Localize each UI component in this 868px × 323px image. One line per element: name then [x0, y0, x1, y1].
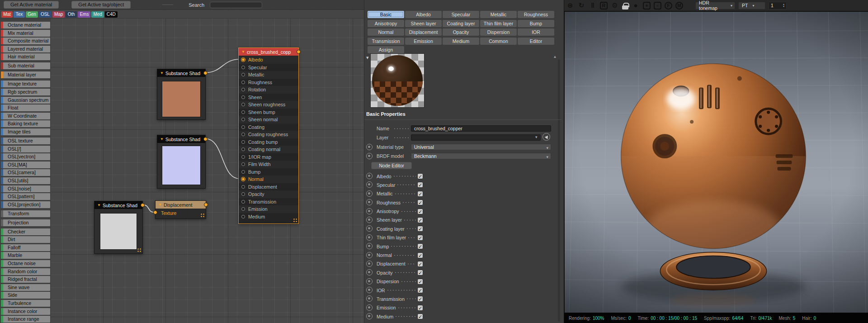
- filter-tag[interactable]: Med: [91, 11, 104, 18]
- filter-tag[interactable]: Oth: [66, 11, 77, 18]
- node-type-item[interactable]: Hair material: [1, 53, 50, 60]
- node-type-item[interactable]: Sine wave: [1, 284, 50, 291]
- collapse-triangle-icon[interactable]: ▼: [160, 138, 164, 141]
- option-circle-icon[interactable]: [366, 287, 373, 293]
- channel-checkbox[interactable]: [417, 226, 423, 232]
- node-type-item[interactable]: Falloff: [1, 244, 50, 251]
- material-tab[interactable]: Editor: [518, 38, 554, 45]
- material-name-field[interactable]: [411, 125, 551, 132]
- refresh-render-icon[interactable]: ↻: [577, 1, 585, 10]
- collapse-triangle-icon[interactable]: ▼: [158, 203, 162, 207]
- material-input-port-row[interactable]: Metallic: [239, 71, 298, 79]
- substance-shader-node-1[interactable]: ▼ Substance Shad: [157, 69, 206, 120]
- option-circle-icon[interactable]: [366, 243, 373, 249]
- output-port[interactable]: [141, 203, 145, 207]
- node-header[interactable]: ▼ Displacement: [156, 201, 206, 209]
- material-tab[interactable]: Coating layer: [443, 20, 479, 27]
- material-input-port-row[interactable]: Roughness: [239, 79, 298, 86]
- channel-checkbox[interactable]: [417, 243, 423, 249]
- node-type-item[interactable]: Instance color: [1, 308, 50, 315]
- port-circle-icon[interactable]: [241, 81, 245, 84]
- material-input-port-row[interactable]: Sheen bump: [239, 109, 298, 116]
- option-circle-icon[interactable]: [366, 252, 373, 258]
- node-type-item[interactable]: Rgb spectrum: [1, 89, 50, 95]
- material-tab[interactable]: Normal: [368, 28, 404, 36]
- material-input-port-row[interactable]: Specular: [239, 64, 298, 71]
- node-type-item[interactable]: Random color: [1, 268, 50, 275]
- node-editor-canvas[interactable]: Get Active material Get Active tag/objec…: [0, 0, 364, 323]
- output-port[interactable]: [203, 71, 208, 75]
- toolbar-button[interactable]: Get Active material: [4, 1, 59, 9]
- material-tab[interactable]: Transmission: [368, 38, 404, 45]
- material-input-port-row[interactable]: Coating normal: [239, 146, 298, 153]
- pause-render-icon[interactable]: ‖: [589, 1, 597, 10]
- node-type-item[interactable]: Ridged fractal: [1, 276, 50, 283]
- node-type-item[interactable]: Octane noise: [1, 260, 50, 267]
- node-type-item[interactable]: Image tiles: [1, 128, 50, 135]
- focus-picker-icon[interactable]: F: [665, 2, 672, 10]
- node-type-item[interactable]: Layered material: [1, 46, 50, 52]
- node-resize-handle[interactable]: [137, 248, 142, 252]
- add-render-region-icon[interactable]: +: [643, 2, 651, 10]
- channel-checkbox[interactable]: [417, 200, 423, 205]
- option-circle-icon[interactable]: [366, 217, 373, 223]
- material-tab[interactable]: Roughness: [518, 11, 554, 18]
- node-type-item[interactable]: Projection: [1, 219, 50, 226]
- channel-checkbox[interactable]: [417, 252, 423, 258]
- material-picker-icon[interactable]: M: [675, 2, 683, 10]
- material-tab[interactable]: Opacity: [443, 28, 479, 36]
- material-input-port-row[interactable]: Sheen roughness: [239, 101, 298, 109]
- filter-tag[interactable]: OSL: [39, 11, 52, 18]
- node-type-item[interactable]: OSL[noise]: [1, 185, 50, 192]
- port-circle-icon[interactable]: [241, 147, 245, 151]
- material-tab[interactable]: Sheen layer: [405, 20, 442, 27]
- substance-shader-node-2[interactable]: ▼ Substance Shad: [157, 135, 206, 189]
- chevron-collapse-icon[interactable]: ▾: [366, 55, 369, 61]
- node-type-item[interactable]: OSL[MA]: [1, 162, 50, 168]
- node-type-item[interactable]: Float: [1, 104, 50, 111]
- port-circle-icon[interactable]: [241, 185, 245, 189]
- displacement-node[interactable]: ▼ Displacement Texture: [155, 200, 206, 219]
- channel-checkbox[interactable]: [417, 191, 423, 197]
- node-type-item[interactable]: Marble: [1, 252, 50, 259]
- material-tab[interactable]: Metallic: [480, 11, 517, 18]
- node-type-item[interactable]: Side: [1, 292, 50, 299]
- node-type-item[interactable]: OSL[utils]: [1, 177, 50, 184]
- material-tab[interactable]: Bump: [518, 20, 554, 27]
- node-resize-handle[interactable]: [200, 213, 205, 218]
- node-type-item[interactable]: Checker: [1, 228, 50, 235]
- node-type-item[interactable]: W Coordinate: [1, 113, 50, 119]
- material-tab[interactable]: Displacement: [405, 28, 442, 36]
- node-type-item[interactable]: OSL[/]: [1, 146, 50, 152]
- option-circle-icon[interactable]: [366, 144, 373, 150]
- texture-input-row[interactable]: Texture: [156, 209, 206, 217]
- material-input-port-row[interactable]: Sheen: [239, 94, 298, 101]
- port-circle-icon[interactable]: [241, 207, 245, 211]
- node-type-item[interactable]: Sub material: [1, 62, 50, 69]
- layer-picker-icon[interactable]: [542, 133, 550, 141]
- node-type-item[interactable]: Octane material: [1, 22, 50, 28]
- node-editor-button[interactable]: Node Editor: [371, 162, 412, 169]
- collapse-triangle-icon[interactable]: ▼: [97, 204, 101, 207]
- layer-field[interactable]: [411, 134, 541, 141]
- channel-checkbox[interactable]: [417, 287, 423, 293]
- channel-checkbox[interactable]: [417, 314, 423, 319]
- node-type-item[interactable]: Baking texture: [1, 120, 50, 127]
- port-circle-icon[interactable]: [241, 133, 245, 136]
- option-circle-icon[interactable]: [366, 173, 373, 179]
- option-circle-icon[interactable]: [366, 269, 373, 276]
- material-input-port-row[interactable]: Normal: [239, 176, 298, 183]
- material-tab[interactable]: Basic: [368, 11, 404, 18]
- channel-checkbox[interactable]: [417, 270, 423, 276]
- port-circle-icon[interactable]: [241, 192, 245, 196]
- node-type-item[interactable]: Image texture: [1, 81, 50, 87]
- node-type-item[interactable]: Dirt: [1, 236, 50, 243]
- node-type-item[interactable]: Gaussian spectrum: [1, 97, 50, 104]
- node-type-item[interactable]: OSL[pattern]: [1, 193, 50, 200]
- channel-checkbox[interactable]: [417, 261, 423, 267]
- material-input-port-row[interactable]: Bump: [239, 168, 298, 176]
- port-circle-icon[interactable]: [241, 140, 245, 144]
- filter-tag[interactable]: Map: [52, 11, 65, 18]
- port-circle-icon[interactable]: [241, 170, 245, 174]
- lock-resolution-icon[interactable]: [622, 5, 628, 10]
